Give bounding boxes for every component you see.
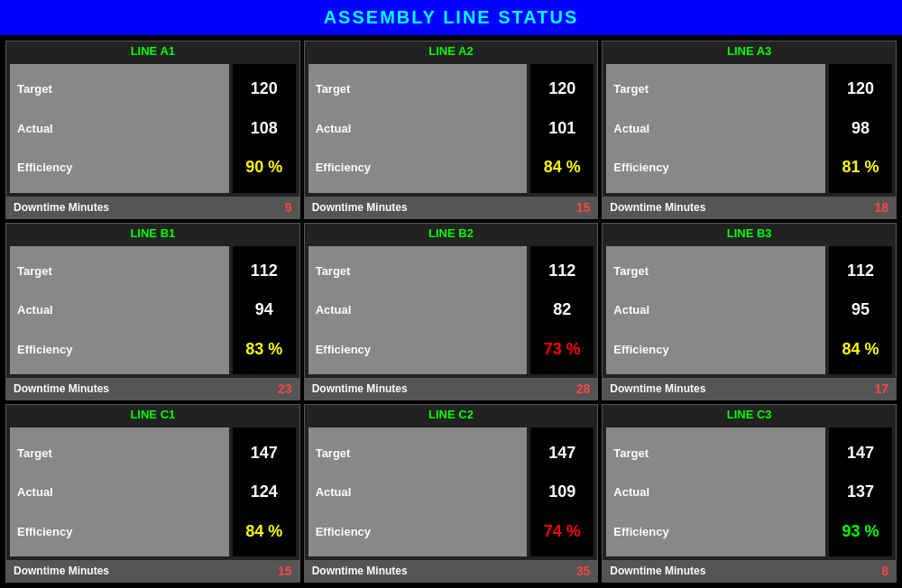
- downtime-label-line-c1: Downtime Minutes: [14, 565, 109, 577]
- values-col-line-b1: 112 94 83 %: [233, 246, 296, 375]
- line-card-line-b3: LINE B3 Target Actual Efficiency 112 95 …: [602, 223, 897, 401]
- actual-value-line-a1: 108: [251, 119, 278, 138]
- downtime-label-line-a2: Downtime Minutes: [312, 201, 408, 214]
- header-title: ASSEMBLY LINE STATUS: [324, 7, 579, 27]
- efficiency-value-line-b1: 83 %: [245, 340, 282, 359]
- line-title-line-c3: LINE C3: [603, 405, 896, 424]
- target-value-line-c2: 147: [548, 444, 575, 463]
- downtime-value-line-c2: 35: [576, 564, 591, 578]
- efficiency-label-line-b2: Efficiency: [316, 343, 520, 356]
- actual-label-line-c3: Actual: [613, 485, 818, 499]
- target-value-line-b2: 112: [548, 262, 575, 280]
- downtime-row-line-c3: Downtime Minutes 8: [603, 560, 896, 582]
- target-value-line-b3: 112: [847, 262, 874, 280]
- metrics-area-line-a2: Target Actual Efficiency 120 101 84 %: [305, 60, 598, 197]
- downtime-label-line-b1: Downtime Minutes: [14, 382, 109, 395]
- efficiency-label-line-b1: Efficiency: [17, 343, 222, 356]
- line-card-line-c2: LINE C2 Target Actual Efficiency 147 109…: [304, 404, 599, 583]
- efficiency-value-line-c3: 93 %: [842, 522, 879, 541]
- downtime-row-line-a2: Downtime Minutes 15: [305, 197, 598, 218]
- downtime-value-line-c3: 8: [881, 564, 888, 578]
- downtime-label-line-a1: Downtime Minutes: [14, 201, 109, 214]
- metrics-area-line-b3: Target Actual Efficiency 112 95 84 %: [603, 243, 896, 379]
- metrics-area-line-a3: Target Actual Efficiency 120 98 81 %: [603, 60, 896, 197]
- actual-label-line-a1: Actual: [17, 122, 222, 135]
- values-col-line-c1: 147 124 84 %: [233, 427, 296, 556]
- line-title-line-a2: LINE A2: [305, 41, 598, 60]
- header-bar: ASSEMBLY LINE STATUS: [0, 0, 902, 35]
- target-label-line-a1: Target: [17, 82, 222, 96]
- downtime-label-line-b3: Downtime Minutes: [610, 382, 705, 395]
- downtime-value-line-b2: 28: [576, 381, 591, 396]
- labels-col-line-a3: Target Actual Efficiency: [606, 64, 825, 193]
- efficiency-value-line-b3: 84 %: [842, 340, 879, 359]
- downtime-value-line-a3: 18: [874, 200, 888, 215]
- labels-col-line-a2: Target Actual Efficiency: [308, 64, 528, 193]
- actual-label-line-a2: Actual: [316, 122, 520, 135]
- downtime-row-line-b2: Downtime Minutes 28: [305, 378, 598, 400]
- efficiency-value-line-a3: 81 %: [842, 158, 879, 177]
- actual-label-line-c1: Actual: [17, 485, 222, 499]
- downtime-row-line-b3: Downtime Minutes 17: [603, 378, 896, 400]
- downtime-value-line-a2: 15: [576, 200, 591, 215]
- actual-label-line-a3: Actual: [613, 122, 818, 135]
- metrics-area-line-c3: Target Actual Efficiency 147 137 93 %: [603, 424, 896, 560]
- downtime-row-line-a1: Downtime Minutes 9: [6, 197, 299, 218]
- actual-value-line-b2: 82: [553, 300, 571, 319]
- line-title-line-b2: LINE B2: [305, 224, 598, 243]
- efficiency-label-line-b3: Efficiency: [613, 343, 818, 356]
- target-value-line-a1: 120: [251, 79, 278, 98]
- efficiency-value-line-c2: 74 %: [544, 522, 581, 541]
- target-value-line-b1: 112: [251, 262, 278, 280]
- target-value-line-c3: 147: [847, 444, 874, 463]
- line-card-line-a1: LINE A1 Target Actual Efficiency 120 108…: [5, 41, 300, 219]
- downtime-value-line-a1: 9: [285, 200, 292, 215]
- metrics-area-line-c1: Target Actual Efficiency 147 124 84 %: [6, 424, 299, 560]
- target-label-line-c2: Target: [316, 446, 520, 460]
- efficiency-value-line-b2: 73 %: [544, 340, 581, 359]
- actual-label-line-b3: Actual: [613, 303, 818, 317]
- actual-value-line-c2: 109: [548, 482, 575, 501]
- downtime-value-line-c1: 15: [278, 564, 292, 578]
- values-col-line-a3: 120 98 81 %: [829, 64, 892, 193]
- line-card-line-b2: LINE B2 Target Actual Efficiency 112 82 …: [304, 223, 599, 401]
- metrics-area-line-a1: Target Actual Efficiency 120 108 90 %: [6, 60, 299, 197]
- actual-value-line-b3: 95: [851, 300, 870, 319]
- metrics-area-line-b1: Target Actual Efficiency 112 94 83 %: [6, 243, 299, 379]
- target-value-line-a3: 120: [847, 79, 874, 98]
- line-card-line-a2: LINE A2 Target Actual Efficiency 120 101…: [304, 41, 599, 219]
- target-label-line-c1: Target: [17, 446, 222, 460]
- target-label-line-b1: Target: [17, 264, 222, 278]
- efficiency-value-line-c1: 84 %: [245, 522, 282, 541]
- values-col-line-a1: 120 108 90 %: [233, 64, 296, 193]
- labels-col-line-b3: Target Actual Efficiency: [606, 246, 825, 375]
- downtime-row-line-c2: Downtime Minutes 35: [305, 560, 598, 582]
- actual-label-line-b2: Actual: [316, 303, 520, 317]
- efficiency-value-line-a2: 84 %: [544, 158, 581, 177]
- efficiency-label-line-c2: Efficiency: [316, 525, 520, 538]
- metrics-area-line-c2: Target Actual Efficiency 147 109 74 %: [305, 424, 598, 560]
- efficiency-label-line-c3: Efficiency: [613, 525, 818, 538]
- efficiency-value-line-a1: 90 %: [245, 158, 282, 177]
- values-col-line-c2: 147 109 74 %: [530, 427, 594, 556]
- line-card-line-a3: LINE A3 Target Actual Efficiency 120 98 …: [602, 41, 897, 219]
- line-card-line-c1: LINE C1 Target Actual Efficiency 147 124…: [5, 404, 300, 583]
- values-col-line-a2: 120 101 84 %: [530, 64, 594, 193]
- downtime-row-line-c1: Downtime Minutes 15: [6, 560, 299, 582]
- downtime-value-line-b1: 23: [278, 381, 292, 396]
- target-label-line-a3: Target: [613, 82, 818, 96]
- downtime-row-line-b1: Downtime Minutes 23: [6, 378, 299, 400]
- values-col-line-c3: 147 137 93 %: [829, 427, 892, 556]
- efficiency-label-line-a3: Efficiency: [613, 161, 818, 174]
- line-title-line-c2: LINE C2: [305, 405, 598, 424]
- downtime-label-line-c2: Downtime Minutes: [312, 565, 408, 577]
- line-title-line-b3: LINE B3: [603, 224, 896, 243]
- labels-col-line-c3: Target Actual Efficiency: [606, 427, 825, 556]
- target-label-line-b2: Target: [316, 264, 520, 278]
- line-title-line-a1: LINE A1: [6, 41, 299, 60]
- labels-col-line-c1: Target Actual Efficiency: [10, 427, 229, 556]
- metrics-area-line-b2: Target Actual Efficiency 112 82 73 %: [305, 243, 598, 379]
- actual-value-line-c3: 137: [847, 482, 874, 501]
- downtime-label-line-b2: Downtime Minutes: [312, 382, 408, 395]
- labels-col-line-a1: Target Actual Efficiency: [10, 64, 229, 193]
